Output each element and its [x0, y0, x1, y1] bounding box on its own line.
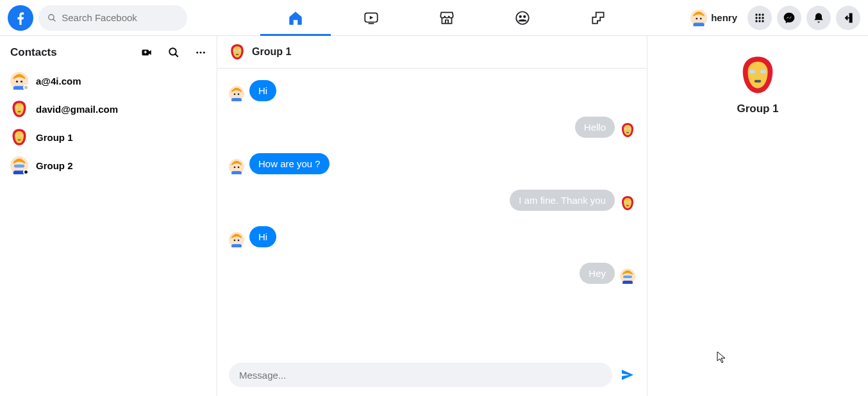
send-button[interactable] — [620, 367, 635, 383]
svg-point-22 — [755, 20, 757, 22]
chat-info-panel: Group 1 — [647, 36, 868, 396]
message-avatar — [229, 159, 244, 174]
contact-item[interactable]: a@4i.com — [5, 67, 212, 95]
svg-line-29 — [175, 54, 178, 57]
svg-point-18 — [762, 13, 764, 15]
contacts-title: Contacts — [10, 46, 57, 59]
svg-point-13 — [516, 12, 529, 24]
svg-point-10 — [49, 14, 54, 19]
message-avatar — [229, 232, 244, 247]
message-bubble: Hello — [575, 117, 615, 138]
message-bubble: Hi — [249, 226, 276, 247]
message-bubble: I am fine. Thank you — [510, 190, 615, 211]
user-avatar — [690, 10, 707, 26]
svg-point-24 — [762, 20, 764, 22]
send-icon — [620, 367, 635, 383]
message-row: I am fine. Thank you — [229, 190, 635, 211]
message-bubble: Hi — [249, 80, 276, 101]
home-icon — [287, 10, 304, 26]
topbar: henry — [0, 0, 868, 36]
search-contacts-button[interactable] — [168, 47, 179, 58]
info-avatar — [738, 55, 778, 95]
search-input[interactable] — [62, 12, 178, 23]
chat-header: Group 1 — [217, 36, 647, 69]
status-dot — [23, 169, 29, 175]
contact-avatar — [10, 156, 28, 174]
contact-item[interactable]: david@gmail.com — [5, 95, 212, 123]
search-box[interactable] — [38, 5, 187, 31]
logout-button[interactable] — [836, 6, 860, 30]
message-avatar — [620, 195, 635, 211]
nav-home[interactable] — [260, 1, 331, 35]
search-icon — [168, 46, 179, 59]
chat-title: Group 1 — [252, 46, 291, 58]
facebook-logo[interactable] — [8, 5, 33, 31]
message-bubble: How are you ? — [249, 153, 330, 174]
nav-marketplace[interactable] — [412, 1, 482, 35]
message-row: Hello — [229, 117, 635, 138]
message-row: How are you ? — [229, 153, 635, 174]
contact-item[interactable]: Group 2 — [5, 151, 212, 179]
nav-groups[interactable] — [487, 1, 558, 35]
nav-watch[interactable] — [336, 1, 406, 35]
groups-icon — [514, 10, 531, 26]
chat-avatar — [229, 44, 246, 60]
svg-point-16 — [755, 13, 757, 15]
marketplace-icon — [438, 10, 455, 26]
topbar-right: henry — [668, 6, 860, 30]
contacts-actions — [141, 47, 206, 58]
bell-icon — [812, 12, 825, 24]
nav-gaming[interactable] — [563, 1, 633, 35]
main-content: Contacts a@4i.comdavid@gmail.comGroup 1G… — [0, 36, 868, 396]
contacts-sidebar: Contacts a@4i.comdavid@gmail.comGroup 1G… — [0, 36, 217, 396]
messenger-icon — [783, 12, 796, 24]
svg-point-17 — [758, 13, 760, 15]
menu-grid-icon — [753, 12, 766, 24]
message-bubble: Hey — [580, 263, 615, 284]
username-label: henry — [711, 12, 737, 23]
contact-avatar — [10, 72, 28, 90]
svg-point-23 — [758, 20, 760, 22]
svg-point-30 — [196, 52, 198, 54]
message-input[interactable] — [229, 363, 612, 387]
contact-name: Group 1 — [36, 132, 73, 143]
message-avatar — [229, 86, 244, 101]
new-room-button[interactable] — [141, 47, 153, 58]
user-chip[interactable]: henry — [685, 7, 742, 29]
message-row: Hi — [229, 226, 635, 247]
contacts-options-button[interactable] — [195, 47, 206, 58]
status-dot — [23, 85, 29, 90]
info-title: Group 1 — [737, 103, 778, 115]
contacts-header: Contacts — [5, 44, 212, 67]
contact-name: Group 2 — [36, 160, 73, 171]
svg-rect-27 — [145, 51, 146, 54]
gaming-icon — [590, 10, 606, 26]
contact-name: david@gmail.com — [36, 104, 118, 115]
svg-point-32 — [203, 52, 205, 54]
message-row: Hi — [229, 80, 635, 101]
contact-item[interactable]: Group 1 — [5, 123, 212, 151]
messages-list: HiHelloHow are you ?I am fine. Thank you… — [217, 69, 647, 356]
message-avatar — [620, 268, 635, 284]
chat-area: Group 1 HiHelloHow are you ?I am fine. T… — [217, 36, 647, 396]
messenger-button[interactable] — [777, 6, 801, 30]
watch-icon — [363, 10, 380, 26]
notifications-button[interactable] — [806, 6, 831, 30]
logout-icon — [842, 12, 855, 24]
svg-point-21 — [762, 17, 764, 19]
ellipsis-icon — [195, 46, 206, 59]
contacts-list: a@4i.comdavid@gmail.comGroup 1Group 2 — [5, 67, 212, 179]
topbar-left — [8, 5, 226, 31]
menu-button[interactable] — [747, 6, 772, 30]
svg-point-28 — [169, 48, 176, 55]
contact-avatar — [10, 128, 28, 146]
video-plus-icon — [141, 46, 153, 59]
search-icon — [47, 13, 56, 23]
message-avatar — [620, 122, 635, 138]
svg-point-15 — [523, 15, 526, 17]
svg-point-31 — [200, 52, 202, 54]
message-row: Hey — [229, 263, 635, 284]
topbar-nav — [226, 1, 668, 35]
svg-point-19 — [755, 17, 757, 19]
svg-point-14 — [519, 15, 522, 17]
